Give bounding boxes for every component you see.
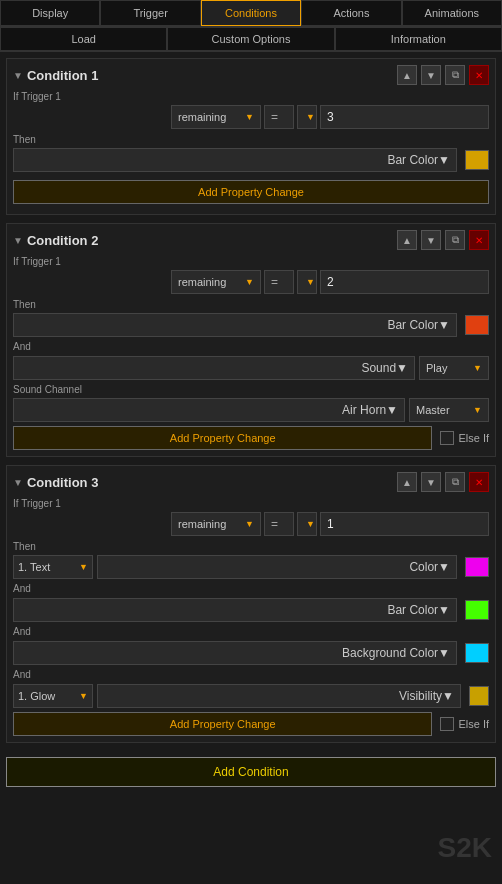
condition-2-sound-arrow: ▼ <box>396 361 408 375</box>
condition-2-bar-color-select[interactable]: Bar Color ▼ <box>13 313 457 337</box>
condition-3-remaining-arrow: ▼ <box>245 519 254 529</box>
condition-3-glow-row: 1. Glow ▼ Visibility ▼ <box>13 684 489 708</box>
condition-2-bar-color-label: Bar Color <box>387 318 438 332</box>
condition-2-copy-btn[interactable]: ⧉ <box>445 230 465 250</box>
condition-3-remaining-select[interactable]: remaining ▼ <box>171 512 261 536</box>
subtab-information[interactable]: Information <box>335 27 502 51</box>
condition-3-up-btn[interactable]: ▲ <box>397 472 417 492</box>
condition-2-air-horn-select[interactable]: Air Horn ▼ <box>13 398 405 422</box>
condition-1-block: ▼ Condition 1 ▲ ▼ ⧉ ✕ If Trigger 1 remai… <box>6 58 496 215</box>
condition-3-down-btn[interactable]: ▼ <box>421 472 441 492</box>
condition-2-bar-color-row: Bar Color ▼ <box>13 313 489 337</box>
condition-1-copy-btn[interactable]: ⧉ <box>445 65 465 85</box>
condition-2-then-label: Then <box>13 299 489 310</box>
condition-3-header: ▼ Condition 3 ▲ ▼ ⧉ ✕ <box>13 472 489 492</box>
condition-2-else-if-checkbox[interactable] <box>440 431 454 445</box>
condition-1-remaining-select[interactable]: remaining ▼ <box>171 105 261 129</box>
condition-2-sound-select[interactable]: Sound ▼ <box>13 356 415 380</box>
top-tabs-bar: Display Trigger Conditions Actions Anima… <box>0 0 502 27</box>
tab-animations[interactable]: Animations <box>402 0 502 26</box>
condition-3-title: Condition 3 <box>27 475 397 490</box>
condition-1-title: Condition 1 <box>27 68 397 83</box>
condition-3-text-num-select[interactable]: 1. Text ▼ <box>13 555 93 579</box>
condition-1-down-btn[interactable]: ▼ <box>421 65 441 85</box>
condition-1-remaining-row: remaining ▼ = ▼ <box>13 105 489 129</box>
condition-3-if-label: If Trigger 1 <box>13 498 489 509</box>
condition-3-visibility-select[interactable]: Visibility ▼ <box>97 684 461 708</box>
condition-1-value-input[interactable] <box>320 105 489 129</box>
tab-trigger[interactable]: Trigger <box>100 0 200 26</box>
condition-3-remaining-label: remaining <box>178 518 241 530</box>
condition-2-remaining-row: remaining ▼ = ▼ <box>13 270 489 294</box>
condition-2-sound-label: Sound <box>361 361 396 375</box>
condition-1-delete-btn[interactable]: ✕ <box>469 65 489 85</box>
condition-3-glow-select[interactable]: 1. Glow ▼ <box>13 684 93 708</box>
condition-1-add-property-btn[interactable]: Add Property Change <box>13 180 489 204</box>
condition-3-eq: = <box>264 512 294 536</box>
condition-3-and1-label: And <box>13 583 38 594</box>
condition-2-delete-btn[interactable]: ✕ <box>469 230 489 250</box>
condition-1-controls: ▲ ▼ ⧉ ✕ <box>397 65 489 85</box>
condition-2-master-arrow: ▼ <box>473 405 482 415</box>
subtab-custom-options[interactable]: Custom Options <box>167 27 334 51</box>
condition-1-remaining-label: remaining <box>178 111 241 123</box>
condition-3-and2-row: And <box>13 626 489 637</box>
condition-3-add-property-btn[interactable]: Add Property Change <box>13 712 432 736</box>
tab-conditions[interactable]: Conditions <box>201 0 301 26</box>
condition-1-bar-color-select[interactable]: Bar Color ▼ <box>13 148 457 172</box>
condition-2-master-select[interactable]: Master ▼ <box>409 398 489 422</box>
condition-3-collapse-icon[interactable]: ▼ <box>13 477 23 488</box>
condition-2-play-label: Play <box>426 362 469 374</box>
add-condition-btn[interactable]: Add Condition <box>6 757 496 787</box>
condition-1-remaining-arrow: ▼ <box>245 112 254 122</box>
condition-2-else-if-wrap: Else If <box>440 431 489 445</box>
condition-2-eq: = <box>264 270 294 294</box>
condition-3-glow-color-box[interactable] <box>469 686 489 706</box>
condition-2-value-input[interactable] <box>320 270 489 294</box>
condition-3-color-select[interactable]: Color ▼ <box>97 555 457 579</box>
condition-2-title: Condition 2 <box>27 233 397 248</box>
condition-2-remaining-select[interactable]: remaining ▼ <box>171 270 261 294</box>
condition-1-up-btn[interactable]: ▲ <box>397 65 417 85</box>
tab-display[interactable]: Display <box>0 0 100 26</box>
condition-3-text-num-label: 1. Text <box>18 561 75 573</box>
condition-3-else-if-checkbox[interactable] <box>440 717 454 731</box>
condition-2-add-property-btn[interactable]: Add Property Change <box>13 426 432 450</box>
condition-3-copy-btn[interactable]: ⧉ <box>445 472 465 492</box>
condition-3-bar-color-arrow: ▼ <box>438 603 450 617</box>
condition-3-value-input[interactable] <box>320 512 489 536</box>
condition-3-bar-color-select[interactable]: Bar Color ▼ <box>13 598 457 622</box>
condition-3-bg-color-box[interactable] <box>465 643 489 663</box>
condition-3-glow-label: 1. Glow <box>18 690 75 702</box>
condition-3-controls: ▲ ▼ ⧉ ✕ <box>397 472 489 492</box>
condition-1-header: ▼ Condition 1 ▲ ▼ ⧉ ✕ <box>13 65 489 85</box>
condition-2-eq-arrow[interactable]: ▼ <box>297 270 317 294</box>
condition-3-block: ▼ Condition 3 ▲ ▼ ⧉ ✕ If Trigger 1 remai… <box>6 465 496 743</box>
condition-1-if-label: If Trigger 1 <box>13 91 489 102</box>
condition-3-remaining-row: remaining ▼ = ▼ <box>13 512 489 536</box>
condition-1-bar-color-box[interactable] <box>465 150 489 170</box>
sub-tabs-bar: Load Custom Options Information <box>0 27 502 52</box>
condition-2-collapse-icon[interactable]: ▼ <box>13 235 23 246</box>
condition-2-block: ▼ Condition 2 ▲ ▼ ⧉ ✕ If Trigger 1 remai… <box>6 223 496 457</box>
condition-2-bar-color-box[interactable] <box>465 315 489 335</box>
condition-3-bar-color-box[interactable] <box>465 600 489 620</box>
tab-actions[interactable]: Actions <box>301 0 401 26</box>
subtab-load[interactable]: Load <box>0 27 167 51</box>
condition-3-eq-arrow[interactable]: ▼ <box>297 512 317 536</box>
condition-3-bg-color-select[interactable]: Background Color ▼ <box>13 641 457 665</box>
condition-2-master-label: Master <box>416 404 469 416</box>
condition-3-delete-btn[interactable]: ✕ <box>469 472 489 492</box>
condition-2-play-select[interactable]: Play ▼ <box>419 356 489 380</box>
condition-3-and1-row: And <box>13 583 489 594</box>
condition-2-air-horn-row: Air Horn ▼ Master ▼ <box>13 398 489 422</box>
condition-2-header: ▼ Condition 2 ▲ ▼ ⧉ ✕ <box>13 230 489 250</box>
condition-2-down-btn[interactable]: ▼ <box>421 230 441 250</box>
condition-1-eq-arrow[interactable]: ▼ <box>297 105 317 129</box>
condition-1-collapse-icon[interactable]: ▼ <box>13 70 23 81</box>
condition-3-color-arrow: ▼ <box>438 560 450 574</box>
condition-1-bar-color-arrow: ▼ <box>438 153 450 167</box>
condition-3-text-color-box[interactable] <box>465 557 489 577</box>
condition-3-bar-color-row: Bar Color ▼ <box>13 598 489 622</box>
condition-2-up-btn[interactable]: ▲ <box>397 230 417 250</box>
